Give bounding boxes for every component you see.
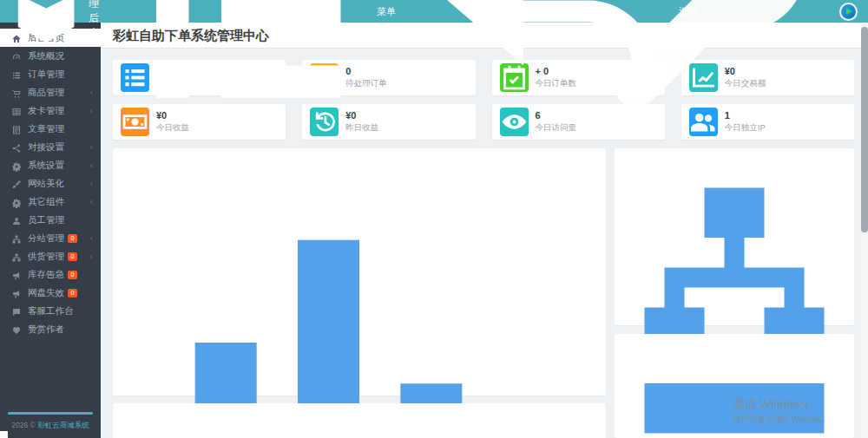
browser-logo-icon[interactable] [839,3,858,21]
sitemap-icon [11,233,22,244]
sidebar-item[interactable]: 系统概况 [0,47,101,65]
user-icon [11,215,22,226]
chevron-left-icon: ‹ [90,197,93,206]
sidebar-item[interactable]: 发卡管理 ‹ [0,101,101,120]
sidebar-menu: 后台首页 系统概况 订单管理 商品管理 ‹ 发卡管理 ‹ 文章管理 对接设置 ‹… [0,23,101,338]
list-icon [11,69,22,80]
chevron-left-icon: ‹ [90,252,93,261]
admin-dashboard: 管理后台 菜单 返回 后台首页 系统概况 订单管理 [0,0,868,438]
cogs-icon [11,197,22,207]
menu-list-icon [113,0,373,141]
sidebar-item[interactable]: 其它组件 ‹ [0,193,101,211]
brand[interactable]: 管理后台 [0,0,101,49]
wrench-icon[interactable] [567,0,827,141]
trade-chart-title: 一周交易数据分析 [113,148,606,438]
visit-chart-title: 一周访问统计 [113,403,606,438]
gauge-icon [11,51,22,62]
sidebar: 后台首页 系统概况 订单管理 商品管理 ‹ 发卡管理 ‹ 文章管理 对接设置 ‹… [0,23,101,438]
gear-icon [11,160,22,171]
brand-label: 管理后台 [89,0,101,41]
cube-icon [9,0,83,49]
footer-brand-link[interactable]: 彩虹云商城系统 [37,421,89,429]
chevron-left-icon: ‹ [90,106,93,115]
sidebar-footer-text: 2026 © 彩虹云商城系统 [0,421,101,431]
panels-row: 一周交易数据分析 订单量交易量 021602170218021902200221… [113,148,854,438]
chevron-left-icon: ‹ [90,142,93,152]
right-column: 分站统计 0 分站/用户总数 0 今日新开分站 % ¥0 今日分站提成 ¥0 待… [615,148,854,438]
menu-button[interactable]: 菜单 [113,0,396,141]
system-info-panel: 系统信息 PHP 版本: 7.4.33 MySQL 版本: 5.7.44-log… [615,334,854,438]
topbar-right [567,0,858,23]
scrollbar-thumb[interactable] [861,27,868,232]
sidebar-item[interactable]: 客服工作台 [0,302,101,320]
visit-chart-panel: 一周访问统计 [113,403,606,438]
sidebar-badge: 0 [68,271,77,279]
chevron-left-icon: ‹ [90,233,93,243]
scrollbar [861,23,868,438]
sidebar-item[interactable]: 订单管理 [0,65,101,83]
share-icon [11,142,22,153]
chevron-left-icon: ‹ [90,179,93,188]
substation-panel: 分站统计 0 分站/用户总数 0 今日新开分站 % ¥0 今日分站提成 ¥0 待… [615,148,854,325]
trade-chart-panel: 一周交易数据分析 订单量交易量 021602170218021902200221… [113,148,606,396]
heart-icon [11,324,22,335]
system-info-title: 系统信息 [615,334,854,438]
sidebar-badge: 0 [68,234,77,243]
bullhorn-icon [11,270,22,280]
book-icon [11,124,22,134]
comment-icon [11,306,22,317]
brush-icon [11,179,22,189]
bullhorn-icon [11,288,22,298]
sitemap-icon [11,252,22,262]
table-icon [11,106,22,116]
sidebar-item[interactable]: 系统设置 ‹ [0,156,101,174]
sidebar-item[interactable]: 员工管理 [0,211,101,229]
left-column: 一周交易数据分析 订单量交易量 021602170218021902200221… [113,148,606,438]
sidebar-item[interactable]: 网站美化 ‹ [0,174,101,193]
sidebar-item[interactable]: 库存告急 0 [0,265,101,284]
sidebar-item[interactable]: 分站管理 0 ‹ [0,229,101,247]
chevron-left-icon: ‹ [90,160,93,170]
sidebar-footer-bar [8,412,93,415]
sidebar-item[interactable]: 网盘失效 0 [0,284,101,302]
sidebar-item[interactable]: 文章管理 [0,120,101,138]
screen-corner-artifact [0,431,8,438]
sidebar-item[interactable]: 供货管理 0 ‹ [0,247,101,265]
play-triangle-icon [846,8,852,15]
sidebar-item[interactable]: 赞赏作者 [0,320,101,338]
sidebar-badge: 0 [68,289,77,297]
sitemap-icon [615,271,858,284]
sidebar-badge: 0 [68,252,77,261]
sidebar-item[interactable]: 商品管理 ‹ [0,83,101,101]
cart-icon [11,88,22,98]
sidebar-item[interactable]: 对接设置 ‹ [0,138,101,156]
sidebar-footer: 2026 © 彩虹云商城系统 [0,412,101,431]
chevron-left-icon: ‹ [90,88,93,97]
topbar: 管理后台 菜单 返回 [0,0,868,23]
